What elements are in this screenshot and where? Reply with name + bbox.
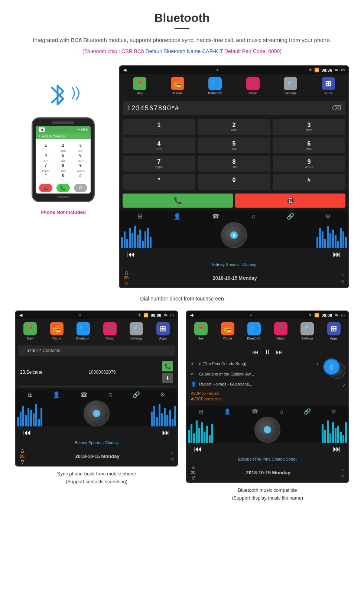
music-bottom-person[interactable]: 👤 (224, 408, 231, 415)
dialer-key-5[interactable]: 5JKL (198, 137, 270, 153)
phone-key-9[interactable]: 9WXYZ (75, 161, 86, 170)
track-row-2[interactable]: ○ Guardians of the Galaxy: Aw... (189, 369, 320, 379)
contacts-circle[interactable]: ○ (170, 451, 173, 455)
phone-key-5[interactable]: 5JKL (58, 151, 69, 160)
phone-key-4[interactable]: 4GHI (40, 151, 51, 160)
music-nav-navi[interactable]: 📍 Navi (188, 322, 214, 340)
contacts-rewind[interactable]: ⏮ (23, 428, 31, 438)
dialer-key-3[interactable]: 3DEF (273, 119, 345, 135)
nav-item-music[interactable]: 🎵 Music (234, 77, 272, 95)
dialer-key-9[interactable]: 9WXYZ (273, 156, 345, 172)
phone-key-1[interactable]: 1 (40, 141, 51, 150)
phone-key-hash[interactable]: # (75, 171, 86, 180)
music-triangle[interactable]: ◁ (341, 473, 344, 478)
dialer-key-hash[interactable]: # (273, 174, 345, 190)
music-nav-radio[interactable]: 📻 Radio (215, 322, 241, 340)
dialer-key-2[interactable]: 2ABC (198, 119, 270, 135)
music-bottom-call[interactable]: ☎ (251, 408, 259, 415)
contacts-nav-radio[interactable]: 📻 Radio (44, 322, 70, 340)
dialer-key-7[interactable]: 7PQRS (123, 156, 195, 172)
music-down-arrow[interactable]: ▽ (192, 475, 195, 481)
contacts-nav-navi[interactable]: 📍 Navi (17, 322, 43, 340)
phone-key-3[interactable]: 3DEF (75, 141, 86, 150)
contacts-nav-music[interactable]: 🎵 Music (97, 322, 123, 340)
circle-btn[interactable]: ○ (341, 273, 344, 277)
phone-home-button[interactable] (58, 196, 69, 198)
music-nav-apps[interactable]: ⊞ Apps (321, 322, 347, 340)
music-up-arrow[interactable]: △ (192, 464, 195, 469)
contacts-bottom-link[interactable]: 🔗 (133, 391, 140, 398)
fast-forward-button[interactable]: ⏭ (333, 250, 341, 259)
music-bottom-link[interactable]: 🔗 (304, 408, 311, 415)
contacts-bottom-person[interactable]: 👤 (53, 391, 60, 398)
dialer-key-0[interactable]: 0+ (198, 174, 270, 190)
nav-item-navi[interactable]: 📍 Navi (121, 77, 159, 95)
play-pause-button[interactable]: ⏸ (230, 231, 238, 239)
music-play-pause-btn[interactable]: ⏸ (264, 426, 271, 433)
dialer-call-button[interactable]: 📞 (123, 194, 233, 208)
phone-key-star[interactable]: * (40, 171, 51, 180)
music-bottom-menu[interactable]: ⊞ (199, 408, 204, 415)
bottom-menu-icon[interactable]: ⊞ (137, 213, 142, 220)
phone-video-call-btn[interactable]: 📹 (39, 184, 52, 192)
music-rewind-btn[interactable]: ⏮ (194, 444, 202, 454)
music-nav-music[interactable]: 🎵 Music (268, 322, 294, 340)
dialer-key-6[interactable]: 6MNO (273, 137, 345, 153)
phone-key-7[interactable]: 7PQRS (40, 161, 51, 170)
nav-item-settings[interactable]: ⚙️ Settings (272, 77, 309, 95)
music-play-btn[interactable]: ⏸ (264, 348, 271, 356)
dialer-key-8[interactable]: 8TUV (198, 156, 270, 172)
phone-msg-btn[interactable]: ✉ (74, 184, 87, 192)
up-arrow[interactable]: △ (125, 270, 128, 275)
contacts-triangle[interactable]: ◁ (170, 457, 173, 462)
music-back-icon[interactable]: ◀ (190, 313, 193, 318)
contact-name[interactable]: 23.Seicane (20, 370, 42, 375)
rewind-button[interactable]: ⏮ (127, 250, 135, 259)
dialer-hangup-button[interactable]: 📵 (235, 194, 345, 208)
triangle-btn[interactable]: ◁ (341, 279, 344, 283)
contacts-down-arrow[interactable]: ▽ (21, 459, 24, 464)
contacts-search-bar[interactable]: | Total 27 Contacts (18, 345, 175, 356)
contacts-forward[interactable]: ⏭ (162, 428, 170, 438)
music-bottom-settings[interactable]: ⚙ (331, 408, 336, 415)
bottom-link-icon[interactable]: 🔗 (287, 213, 294, 220)
nav-item-radio[interactable]: 📻 Radio (159, 77, 196, 95)
phone-key-8[interactable]: 8TUV (58, 161, 69, 170)
bottom-recent-icon[interactable]: ☎ (212, 213, 220, 220)
dialer-key-star[interactable]: * (123, 174, 195, 190)
bottom-music-icon[interactable]: ♫ (251, 213, 256, 220)
track-row-3[interactable]: 👤 Rupert Holmes - Guardians... (189, 379, 320, 389)
music-forward-btn[interactable]: ⏭ (333, 444, 341, 454)
car-back-icon[interactable]: ◀ (123, 68, 126, 72)
contact-save-button[interactable]: ⬇ (162, 373, 173, 383)
contacts-nav-settings[interactable]: ⚙️ Settings (123, 322, 150, 340)
contact-call-button[interactable]: 📞 (162, 361, 173, 371)
contacts-bottom-settings[interactable]: ⚙ (160, 391, 165, 398)
phone-call-btn[interactable]: 📞 (56, 184, 70, 192)
phone-key-0[interactable]: 0+ (58, 171, 69, 180)
contacts-play-pause[interactable]: ⏸ (93, 410, 100, 417)
contacts-back-icon[interactable]: ◀ (19, 313, 22, 318)
dialer-key-1[interactable]: 1⌓ (123, 119, 195, 135)
dialer-backspace-btn[interactable]: ⌫ (332, 104, 341, 112)
phone-key-6[interactable]: 6MNO (75, 151, 86, 160)
music-bottom-note[interactable]: ♫ (279, 409, 283, 415)
track-row-1[interactable]: ♪ e (The Pina Colada Song) ♪ (189, 358, 320, 369)
nav-item-bluetooth[interactable]: 🔷 Bluetooth (196, 77, 234, 95)
music-rewind-sm[interactable]: ⏮ (252, 348, 259, 356)
music-forward-sm[interactable]: ⏭ (276, 348, 283, 356)
phone-key-2[interactable]: 2ABC (58, 141, 69, 150)
contacts-bottom-music[interactable]: ♫ (108, 391, 113, 398)
contacts-nav-bluetooth[interactable]: 🔷 Bluetooth (70, 322, 97, 340)
contacts-bottom-menu[interactable]: ⊞ (28, 391, 33, 398)
bottom-settings-icon[interactable]: ⚙ (325, 213, 331, 220)
dialer-key-4[interactable]: 4GHI (123, 137, 195, 153)
music-circle[interactable]: ○ (341, 467, 344, 472)
contacts-up-arrow[interactable]: △ (21, 448, 24, 453)
nav-item-apps[interactable]: ⊞ Apps (310, 77, 347, 95)
contacts-nav-apps[interactable]: ⊞ Apps (150, 322, 176, 340)
contacts-bottom-call[interactable]: ☎ (80, 391, 88, 398)
bottom-contacts-icon[interactable]: 👤 (173, 213, 181, 220)
down-arrow[interactable]: ▽ (125, 281, 128, 286)
music-nav-bluetooth[interactable]: 🔷 Bluetooth (241, 322, 267, 340)
